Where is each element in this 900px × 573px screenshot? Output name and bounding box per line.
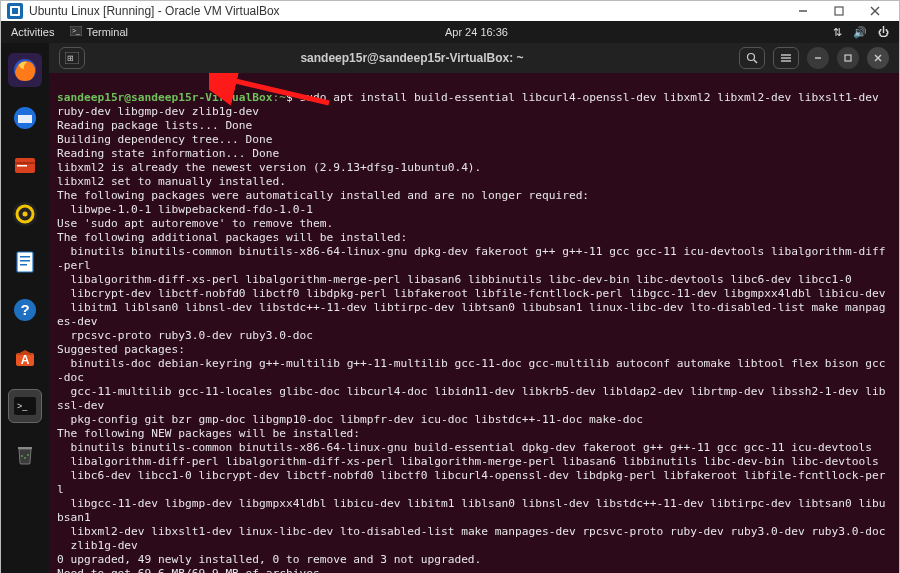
- svg-point-31: [24, 457, 26, 459]
- terminal-line: libalgorithm-diff-xs-perl libalgorithm-m…: [57, 273, 852, 286]
- terminal-line: Use 'sudo apt autoremove' to remove them…: [57, 217, 333, 230]
- terminal-line: binutils binutils-common binutils-x86-64…: [57, 441, 872, 454]
- new-tab-button[interactable]: ⊞: [59, 47, 85, 69]
- dock-item-libreoffice[interactable]: [8, 245, 42, 279]
- terminal-line: Reading state information... Done: [57, 147, 279, 160]
- terminal-titlebar: ⊞ sandeep15r@sandeep15r-VirtualBox: ~: [49, 43, 899, 73]
- sound-icon[interactable]: 🔊: [853, 26, 867, 38]
- svg-point-35: [748, 54, 755, 61]
- ubuntu-top-bar: Activities >_ Terminal Apr 24 16:36 ⇅ 🔊 …: [1, 21, 899, 43]
- window-close[interactable]: [867, 47, 889, 69]
- app-menu-label: Terminal: [86, 26, 128, 38]
- svg-point-32: [27, 454, 29, 456]
- svg-text:>_: >_: [17, 401, 28, 411]
- dock-item-files[interactable]: [8, 149, 42, 183]
- prompt-symbol: $: [286, 91, 293, 104]
- svg-rect-21: [20, 260, 30, 262]
- terminal-line: The following additional packages will b…: [57, 231, 407, 244]
- terminal-line: zlib1g-dev: [57, 539, 138, 552]
- terminal-line: libxml2-dev libxslt1-dev linux-libc-dev …: [57, 525, 885, 538]
- clock[interactable]: Apr 24 16:36: [128, 26, 825, 38]
- terminal-line: Suggested packages:: [57, 343, 185, 356]
- terminal-window: ⊞ sandeep15r@sandeep15r-VirtualBox: ~ sa…: [49, 43, 899, 573]
- terminal-line: libxml2 is already the newest version (2…: [57, 161, 481, 174]
- search-button[interactable]: [739, 47, 765, 69]
- dock-item-firefox[interactable]: [8, 53, 42, 87]
- terminal-body[interactable]: sandeep15r@sandeep15r-VirtualBox:~$ sudo…: [49, 73, 899, 573]
- svg-line-36: [754, 60, 757, 63]
- terminal-line: Reading package lists... Done: [57, 119, 252, 132]
- app-menu[interactable]: >_ Terminal: [70, 26, 128, 38]
- terminal-line: libc6-dev libcc1-0 libcrypt-dev libctf-n…: [57, 469, 885, 496]
- terminal-line: Building dependency tree... Done: [57, 133, 273, 146]
- svg-rect-4: [835, 7, 843, 15]
- svg-rect-14: [17, 165, 27, 167]
- terminal-line: Need to get 69.6 MB/69.9 MB of archives.: [57, 567, 326, 573]
- guest-screen: Activities >_ Terminal Apr 24 16:36 ⇅ 🔊 …: [1, 21, 899, 573]
- activities-button[interactable]: Activities: [11, 26, 54, 38]
- dock-item-help[interactable]: ?: [8, 293, 42, 327]
- virtualbox-titlebar: Ubuntu Linux [Running] - Oracle VM Virtu…: [1, 1, 899, 21]
- workspace: ? A >_ ⊞: [1, 43, 899, 573]
- dock: ? A >_: [1, 43, 49, 573]
- network-icon[interactable]: ⇅: [833, 26, 842, 38]
- terminal-line: The following packages were automaticall…: [57, 189, 589, 202]
- svg-rect-41: [845, 55, 851, 61]
- svg-text:A: A: [21, 353, 30, 367]
- dock-item-trash[interactable]: [8, 437, 42, 471]
- dock-item-rhythmbox[interactable]: [8, 197, 42, 231]
- system-tray: ⇅ 🔊 ⏻: [825, 26, 889, 39]
- terminal-line: binutils binutils-common binutils-x86-64…: [57, 245, 885, 272]
- terminal-title-text: sandeep15r@sandeep15r-VirtualBox: ~: [93, 51, 731, 65]
- svg-rect-18: [17, 252, 33, 272]
- power-icon[interactable]: ⏻: [878, 26, 889, 38]
- terminal-line: gcc-11-multilib gcc-11-locales glibc-doc…: [57, 385, 885, 412]
- dock-item-software[interactable]: A: [8, 341, 42, 375]
- prompt-user-host: sandeep15r@sandeep15r-VirtualBox: [57, 91, 273, 104]
- terminal-line: libcrypt-dev libctf-nobfd0 libctf0 libdp…: [57, 287, 885, 300]
- svg-rect-11: [18, 115, 32, 123]
- terminal-line: libitm1 liblsan0 libnsl-dev libstdc++-11…: [57, 301, 885, 328]
- terminal-line: libxml2 set to manually installed.: [57, 175, 286, 188]
- dock-item-terminal[interactable]: >_: [8, 389, 42, 423]
- maximize-button[interactable]: [821, 1, 857, 21]
- terminal-line: 0 upgraded, 49 newly installed, 0 to rem…: [57, 553, 481, 566]
- svg-rect-29: [18, 447, 32, 449]
- svg-rect-2: [12, 8, 18, 14]
- terminal-line: binutils-doc debian-keyring g++-multilib…: [57, 357, 885, 384]
- terminal-line: libgcc-11-dev libgmp-dev libgmpxx4ldbl l…: [57, 497, 885, 524]
- terminal-app-icon: >_: [70, 26, 82, 38]
- minimize-button[interactable]: [785, 1, 821, 21]
- terminal-line: libalgorithm-diff-perl libalgorithm-diff…: [57, 455, 879, 468]
- svg-text:?: ?: [20, 301, 29, 318]
- svg-text:⊞: ⊞: [67, 54, 74, 63]
- virtualbox-title-text: Ubuntu Linux [Running] - Oracle VM Virtu…: [29, 4, 280, 18]
- dock-item-thunderbird[interactable]: [8, 101, 42, 135]
- svg-text:>_: >_: [72, 27, 80, 35]
- hamburger-menu[interactable]: [773, 47, 799, 69]
- svg-point-17: [23, 212, 28, 217]
- virtualbox-window: Ubuntu Linux [Running] - Oracle VM Virtu…: [0, 0, 900, 573]
- terminal-line: rpcsvc-proto ruby3.0-dev ruby3.0-doc: [57, 329, 313, 342]
- svg-point-30: [21, 455, 23, 457]
- terminal-line: libwpe-1.0-1 libwpebackend-fdo-1.0-1: [57, 203, 313, 216]
- terminal-line: pkg-config git bzr gmp-doc libgmp10-doc …: [57, 413, 643, 426]
- window-minimize[interactable]: [807, 47, 829, 69]
- svg-rect-20: [20, 256, 30, 258]
- terminal-line: The following NEW packages will be insta…: [57, 427, 360, 440]
- svg-rect-22: [20, 264, 27, 266]
- svg-rect-13: [15, 162, 35, 164]
- close-button[interactable]: [857, 1, 893, 21]
- window-maximize[interactable]: [837, 47, 859, 69]
- virtualbox-icon: [7, 3, 23, 19]
